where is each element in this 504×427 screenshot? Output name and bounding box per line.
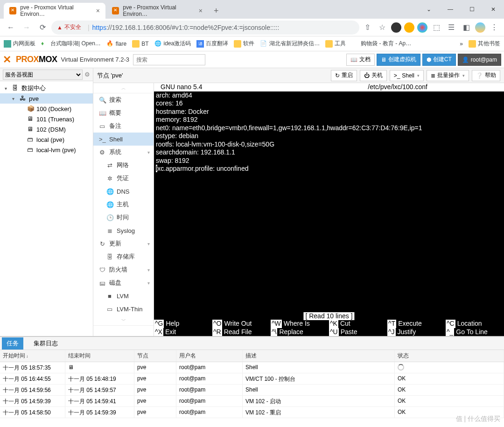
task-table-header: 开始时间↓ 结束时间 节点 用户名 描述 状态	[0, 350, 504, 362]
col-end-time[interactable]: 结束时间	[65, 350, 134, 362]
terminal-cursor-line: lxc.apparmor.profile: unconfined	[154, 165, 504, 173]
bookmark-item[interactable]: 购物袋 - 教育 - Ap…	[351, 40, 411, 48]
menu-label: 防火墙	[109, 266, 127, 274]
tree-node[interactable]: ▾🗄数据中心	[0, 83, 93, 93]
menu-item[interactable]: ✲凭证	[93, 172, 154, 185]
forward-button[interactable]: →	[20, 21, 34, 35]
reload-button[interactable]: ⟳	[35, 21, 49, 35]
bookmark-item[interactable]: 软件	[234, 40, 254, 48]
create-vm-button[interactable]: 🖥创建虚拟机	[377, 54, 420, 66]
col-start-time[interactable]: 开始时间↓	[0, 350, 65, 362]
extension-icon[interactable]	[404, 22, 414, 33]
bookmark-item[interactable]: 📄湖北省新冠肺炎信…	[260, 40, 320, 48]
global-search-input[interactable]	[133, 54, 205, 65]
task-row[interactable]: 十一月 05 14:59:56十一月 05 14:59:57pveroot@pa…	[0, 385, 504, 396]
task-row[interactable]: 十一月 05 16:44:55十一月 05 16:48:19pveroot@pa…	[0, 373, 504, 385]
bookmark-item[interactable]: 工具	[325, 40, 346, 48]
close-icon[interactable]: ×	[199, 7, 203, 14]
extension-icon[interactable]	[417, 22, 427, 33]
user-menu-button[interactable]: 👤root@pam	[458, 54, 501, 66]
browser-tab-1[interactable]: pve - Proxmox Virtual Environ… ×	[106, 3, 208, 19]
bookmark-item[interactable]: ♦台式咖啡湖| Open…	[41, 40, 101, 48]
view-select[interactable]: 服务器视图	[3, 70, 83, 80]
menu-item[interactable]: 🕒时间	[93, 211, 154, 224]
tab-cluster-log[interactable]: 集群日志	[29, 337, 63, 350]
app-header: ✕ PROXMOX Virtual Environment 7.2-3 📖文档 …	[0, 51, 504, 68]
menu-item[interactable]: ↻更新▾	[93, 237, 154, 250]
chevron-down-icon: ▾	[147, 241, 150, 246]
bookmark-star-icon[interactable]: ☆	[376, 21, 388, 34]
extensions-icon[interactable]: ⬚	[430, 21, 442, 34]
tab-tasks[interactable]: 任务	[2, 337, 23, 350]
menu-item[interactable]: 🌐主机	[93, 198, 154, 211]
new-tab-button[interactable]: +	[209, 3, 224, 19]
menu-item[interactable]: 🛡防火墙▾	[93, 263, 154, 276]
tree-node[interactable]: 📦100 (Docker)	[0, 104, 93, 114]
bookmark-item[interactable]: 🌐idea激活码	[154, 40, 191, 48]
shell-terminal[interactable]: GNU nano 5.4/etc/pve/lxc/100.conf arch: …	[154, 83, 504, 336]
menu-item[interactable]: ■LVM	[93, 289, 154, 302]
menu-icon: 📖	[99, 110, 105, 117]
reading-list-icon[interactable]: ☰	[445, 21, 457, 34]
create-ct-button[interactable]: ⬢创建CT	[422, 54, 456, 66]
bookmark-item[interactable]: BT	[132, 40, 148, 48]
tree-node[interactable]: 🗃local-lvm (pve)	[0, 145, 93, 155]
menu-item[interactable]: ⚙系统▾	[93, 146, 154, 159]
task-row[interactable]: 十一月 05 14:59:39十一月 05 14:59:41pveroot@pa…	[0, 396, 504, 407]
bookmark-item[interactable]: 内网面板	[4, 40, 35, 48]
sidepanel-icon[interactable]: ◧	[460, 21, 472, 34]
col-user[interactable]: 用户名	[176, 350, 243, 362]
url-bar[interactable]: ▲ 不安全 | https://192.168.1.166:8006/#v1:0…	[51, 21, 359, 35]
folder-icon	[325, 40, 333, 48]
gear-icon[interactable]: ⚙	[84, 71, 90, 78]
maximize-button[interactable]: ☐	[461, 0, 483, 19]
bookmark-item[interactable]: 译百度翻译	[196, 40, 228, 48]
col-desc[interactable]: 描述	[243, 350, 395, 362]
menu-item[interactable]: ▭备注	[93, 119, 154, 133]
tree-node[interactable]: 🖥102 (DSM)	[0, 124, 93, 134]
col-node[interactable]: 节点	[134, 350, 176, 362]
bookmark-item[interactable]: 🔥flare	[106, 40, 126, 48]
bulk-actions-button[interactable]: ≣批量操作▾	[427, 70, 469, 81]
menu-item[interactable]: ≣Syslog	[93, 224, 154, 237]
extension-icon[interactable]	[391, 22, 401, 33]
menu-item[interactable]: >_Shell	[93, 133, 154, 146]
menu-icon[interactable]: ⋮	[488, 21, 500, 34]
menu-item[interactable]: 📖概要	[93, 106, 154, 119]
shutdown-button[interactable]: ⏻关机	[360, 70, 387, 81]
menu-item[interactable]: ▭LVM-Thin	[93, 302, 154, 315]
chevron-down-icon: ▾	[147, 267, 150, 273]
task-row[interactable]: 十一月 05 18:57:35🖥pveroot@pamShell	[0, 362, 504, 373]
close-button[interactable]: ✕	[483, 0, 504, 19]
tree-node[interactable]: 🗃local (pve)	[0, 134, 93, 145]
browser-tab-0[interactable]: pve - Proxmox Virtual Environ… ×	[4, 3, 105, 19]
menu-label: 备注	[109, 122, 121, 130]
back-button[interactable]: ←	[4, 21, 18, 35]
collapse-down-icon[interactable]: ﹀	[93, 315, 154, 326]
tree-node[interactable]: 🖥101 (Truenas)	[0, 114, 93, 124]
menu-item[interactable]: 🗄存储库	[93, 250, 154, 263]
profile-avatar-icon[interactable]	[475, 22, 485, 33]
chevron-down-icon[interactable]: ⌄	[418, 0, 440, 19]
nano-shortcut: ^JJustify	[387, 328, 446, 336]
reboot-button[interactable]: ↻重启	[331, 70, 357, 81]
menu-item[interactable]: 🖴磁盘▾	[93, 276, 154, 289]
bookmarks-overflow[interactable]: »	[460, 41, 463, 47]
tree-node[interactable]: ▾🖧pve	[0, 93, 93, 104]
collapse-up-icon[interactable]: ︿	[93, 83, 154, 93]
help-button[interactable]: ❔帮助	[472, 70, 500, 81]
close-icon[interactable]: ×	[96, 7, 100, 14]
shell-dropdown-button[interactable]: >_Shell▾	[390, 70, 424, 81]
menu-item[interactable]: 🔍搜索	[93, 93, 154, 106]
menu-item[interactable]: ⇄网络	[93, 159, 154, 172]
other-bookmarks[interactable]: 其他书签	[469, 40, 500, 48]
col-status[interactable]: 状态	[395, 350, 504, 362]
menu-item[interactable]: 🌐DNS	[93, 185, 154, 198]
bookmarks-bar: 内网面板 ♦台式咖啡湖| Open… 🔥flare BT 🌐idea激活码 译百…	[0, 36, 504, 51]
docs-button[interactable]: 📖文档	[346, 54, 375, 66]
chevron-down-icon: ▾	[462, 73, 465, 78]
minimize-button[interactable]: —	[440, 0, 461, 19]
task-row[interactable]: 十一月 05 14:58:50十一月 05 14:59:39pveroot@pa…	[0, 407, 504, 418]
share-icon[interactable]: ⇧	[361, 21, 373, 34]
tree-label: local-lvm (pve)	[36, 147, 76, 154]
